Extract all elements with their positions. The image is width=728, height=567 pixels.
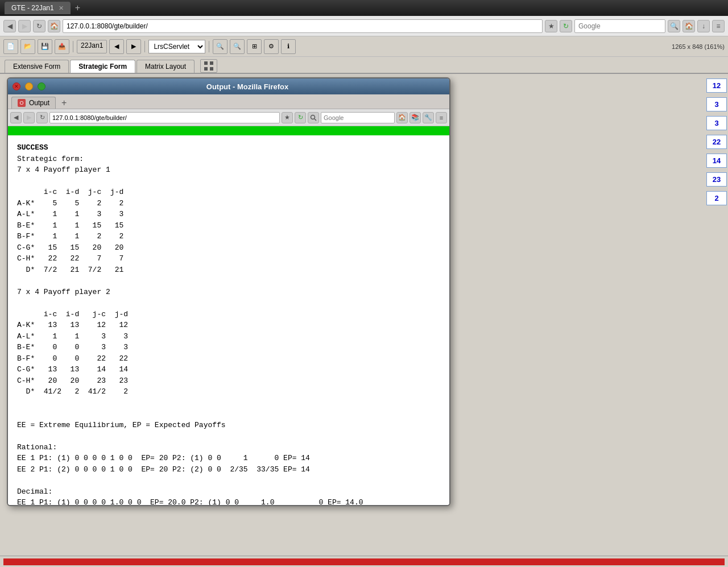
toolbar-right: 1265 x 848 (161%) bbox=[672, 43, 725, 50]
progress-bar bbox=[8, 126, 449, 135]
popup-title-bar: ✕ Output - Mozilla Firefox bbox=[8, 78, 449, 94]
sidebar-num-6: 23 bbox=[706, 172, 727, 187]
save-file-button[interactable]: 💾 bbox=[38, 39, 52, 54]
close-tab-icon[interactable]: ✕ bbox=[59, 5, 64, 12]
svg-rect-3 bbox=[210, 67, 213, 71]
zoom-out-button[interactable]: 🔍 bbox=[230, 39, 245, 54]
popup-bookmark-button[interactable]: ★ bbox=[282, 112, 293, 123]
popup-close-button[interactable]: ✕ bbox=[13, 82, 20, 90]
settings-button[interactable]: ⚙ bbox=[264, 39, 279, 54]
next-button[interactable]: ▶ bbox=[126, 39, 141, 54]
new-tab-button[interactable]: + bbox=[75, 3, 80, 13]
new-file-button[interactable]: 📄 bbox=[3, 39, 18, 54]
main-tab-bar: Extensive Form Strategic Form Matrix Lay… bbox=[0, 57, 728, 74]
sidebar-num-2: 3 bbox=[706, 97, 727, 111]
separator-2 bbox=[144, 41, 145, 52]
svg-rect-2 bbox=[204, 67, 208, 71]
fit-button[interactable]: ⊞ bbox=[247, 39, 262, 54]
home2-button[interactable]: 🏠 bbox=[682, 20, 695, 32]
prev-button[interactable]: ◀ bbox=[109, 39, 124, 54]
svg-rect-1 bbox=[210, 61, 213, 65]
status-indicator bbox=[3, 558, 725, 563]
popup-new-tab-button[interactable]: + bbox=[58, 98, 70, 108]
tab-strategic-form[interactable]: Strategic Form bbox=[70, 60, 135, 73]
output-tab-icon: O bbox=[18, 99, 26, 107]
browser-tab-label: GTE - 22Jan1 bbox=[11, 4, 54, 12]
downloads-button[interactable]: ↓ bbox=[697, 20, 710, 32]
popup-content[interactable]: SUCCESS Strategic form: 7 x 4 Payoff pla… bbox=[8, 135, 449, 505]
status-bar bbox=[0, 556, 728, 562]
app-toolbar: 📄 📂 💾 📤 22Jan1 ◀ ▶ LrsCServlet 🔍 🔍 ⊞ ⚙ ℹ… bbox=[0, 36, 728, 57]
browser-nav-bar: ◀ ▶ ↻ 🏠 ★ ↻ 🔍 🏠 ↓ ≡ bbox=[0, 16, 728, 36]
home-button[interactable]: 🏠 bbox=[48, 20, 60, 32]
output-text: Strategic form: 7 x 4 Payoff player 1 i-… bbox=[17, 154, 440, 506]
open-file-button[interactable]: 📂 bbox=[20, 39, 35, 54]
tab-extensive-form[interactable]: Extensive Form bbox=[5, 60, 69, 73]
dimensions-label: 1265 x 848 (161%) bbox=[672, 43, 725, 50]
sidebar-num-5: 14 bbox=[706, 154, 727, 168]
svg-line-5 bbox=[315, 119, 316, 121]
back-button[interactable]: ◀ bbox=[3, 20, 16, 32]
sidebar-num-4: 22 bbox=[706, 135, 727, 149]
popup-bookmarks-button[interactable]: 📚 bbox=[410, 112, 421, 123]
sidebar-num-1: 12 bbox=[706, 78, 727, 93]
sidebar-num-3: 3 bbox=[706, 116, 727, 130]
refresh-button[interactable]: ↻ bbox=[560, 20, 572, 32]
reload-button[interactable]: ↻ bbox=[33, 20, 46, 32]
search-button[interactable]: 🔍 bbox=[668, 20, 680, 32]
popup-maximize-button[interactable] bbox=[38, 82, 46, 90]
popup-home-button[interactable]: 🏠 bbox=[396, 112, 408, 123]
browser-main-tab[interactable]: GTE - 22Jan1 ✕ bbox=[5, 2, 71, 14]
grid-icon-button[interactable] bbox=[200, 59, 217, 73]
info-button[interactable]: ℹ bbox=[281, 39, 296, 54]
popup-menu-button[interactable]: ≡ bbox=[436, 112, 447, 123]
popup-minimize-button[interactable] bbox=[25, 82, 33, 90]
grid-icon bbox=[204, 61, 214, 71]
separator-3 bbox=[209, 41, 209, 52]
file-name-label[interactable]: 22Jan1 bbox=[77, 40, 107, 53]
popup-search-input[interactable] bbox=[321, 112, 395, 123]
forward-button[interactable]: ▶ bbox=[18, 20, 31, 32]
popup-nav-bar: ◀ ▶ ↻ ★ ↻ 🏠 📚 🔧 ≡ bbox=[8, 109, 449, 126]
popup-output-tab[interactable]: O Output bbox=[11, 97, 56, 109]
popup-title-text: Output - Mozilla Firefox bbox=[206, 82, 288, 91]
search-input[interactable] bbox=[574, 19, 665, 33]
popup-address-input[interactable] bbox=[49, 112, 280, 123]
separator-1 bbox=[73, 41, 73, 52]
popup-back-button[interactable]: ◀ bbox=[10, 112, 22, 123]
menu-button[interactable]: ≡ bbox=[712, 20, 725, 32]
servlet-select[interactable]: LrsCServlet bbox=[148, 40, 205, 53]
success-text: SUCCESS bbox=[17, 142, 440, 154]
address-input[interactable] bbox=[63, 19, 543, 33]
bookmark-button[interactable]: ★ bbox=[545, 20, 557, 32]
popup-refresh-button[interactable]: ↻ bbox=[295, 112, 306, 123]
svg-rect-0 bbox=[204, 61, 208, 65]
sidebar-num-7: 2 bbox=[706, 191, 727, 205]
export-button[interactable]: 📤 bbox=[55, 39, 69, 54]
popup-reload-button[interactable]: ↻ bbox=[36, 112, 48, 123]
right-sidebar: 12 3 3 22 14 23 2 bbox=[705, 74, 728, 562]
popup-inner-browser: O Output + ◀ ▶ ↻ ★ ↻ 🏠 📚 🔧 ≡ bbox=[8, 94, 449, 126]
tab-matrix-layout[interactable]: Matrix Layout bbox=[136, 60, 195, 73]
popup-search-icon bbox=[308, 112, 319, 123]
popup-tab-label: Output bbox=[29, 99, 49, 107]
popup-window: ✕ Output - Mozilla Firefox O Output + ◀ … bbox=[7, 77, 450, 506]
popup-tools-button[interactable]: 🔧 bbox=[423, 112, 434, 123]
svg-point-4 bbox=[311, 115, 315, 119]
popup-forward-button[interactable]: ▶ bbox=[23, 112, 35, 123]
browser-title-bar: GTE - 22Jan1 ✕ + bbox=[0, 0, 728, 16]
zoom-in-button[interactable]: 🔍 bbox=[213, 39, 228, 54]
main-area: 12 3 3 22 14 23 2 ✕ Output - Mozilla Fir… bbox=[0, 74, 728, 562]
popup-tab-bar: O Output + bbox=[8, 94, 449, 109]
